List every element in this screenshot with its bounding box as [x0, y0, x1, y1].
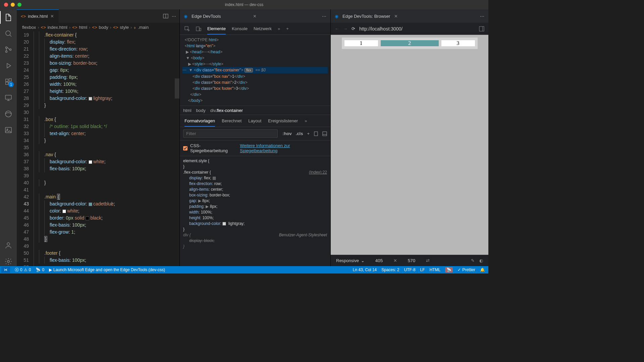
edge-icon: ◉ — [335, 14, 338, 19]
settings-gear-icon[interactable] — [4, 257, 13, 266]
extensions-icon[interactable]: 1 — [4, 77, 13, 86]
editor-tab[interactable]: <> index.html ✕ — [17, 9, 59, 23]
height-input[interactable] — [403, 258, 420, 263]
edge-icon[interactable] — [4, 109, 13, 119]
encoding[interactable]: UTF-8 — [404, 267, 416, 272]
devtools-toolbar: Elemente Konsole Netzwerk » + — [180, 23, 330, 35]
styles-filter-input[interactable] — [183, 129, 278, 138]
image-icon[interactable] — [4, 125, 13, 135]
svg-rect-20 — [479, 26, 484, 31]
svg-rect-18 — [314, 132, 318, 136]
breadcrumb[interactable]: flexbox› <>index.html› <>html› <>body› <… — [17, 23, 179, 32]
screenshot-icon[interactable]: ✎ — [471, 258, 475, 263]
flex-container-preview: 1 2 3 — [342, 38, 478, 49]
svg-point-1 — [6, 47, 7, 49]
back-icon[interactable]: ← — [335, 26, 339, 31]
mirror-checkbox[interactable] — [183, 146, 187, 150]
inspect-icon[interactable] — [184, 26, 190, 32]
window-title: index.html — dev-css — [225, 2, 264, 7]
width-input[interactable] — [371, 258, 387, 263]
device-toggle-icon[interactable] — [196, 26, 201, 32]
device-select[interactable]: Responsive ⌄ — [336, 258, 365, 263]
close-icon[interactable]: ✕ — [394, 14, 398, 19]
zoom-window-button[interactable] — [17, 3, 21, 7]
panel-toggle-icon[interactable] — [322, 131, 327, 136]
panel-toggle-icon[interactable] — [479, 26, 484, 32]
rotate-icon[interactable]: ⇄ — [426, 258, 430, 263]
chevron-down-icon: ⌄ — [361, 258, 365, 263]
browser-tab-title: Edge DevTools: Browser — [342, 14, 390, 19]
code-content[interactable]: .flex-container { display: flex; flex-di… — [34, 32, 179, 266]
mirror-label: CSS-Spiegelbearbeitung — [190, 143, 237, 153]
more-tabs-icon[interactable]: » — [278, 26, 280, 31]
svg-rect-5 — [6, 82, 8, 84]
run-debug-icon[interactable] — [4, 61, 13, 70]
elements-tree[interactable]: <!DOCTYPE html> <html lang="en"> ▶ <head… — [180, 35, 330, 106]
more-tabs-icon[interactable]: » — [305, 118, 307, 123]
split-editor-icon[interactable] — [163, 13, 168, 19]
editor-group: <> index.html ✕ ⋯ flexbox› <>index.html›… — [17, 9, 179, 266]
more-actions-icon[interactable]: ⋯ — [480, 14, 484, 19]
text-cursor-icon: I — [111, 200, 112, 207]
emulation-icon[interactable]: ◐ — [479, 258, 483, 263]
errors-count[interactable]: ⓧ 0 ⚠ 0 — [15, 267, 31, 273]
url-bar[interactable]: http://localhost:3000/ — [359, 26, 475, 32]
styles-rules[interactable]: element.style { } .flex-container { (Ind… — [180, 156, 330, 266]
launch-hint[interactable]: ▶ Launch Microsoft Edge and open the Edg… — [49, 267, 165, 272]
dimension-x-icon: ✕ — [393, 258, 397, 263]
css-mirror-row: CSS-Spiegelbearbeitung Weitere Informati… — [180, 140, 330, 156]
status-bar: ⓧ 0 ⚠ 0 📡 0 ▶ Launch Microsoft Edge and … — [0, 266, 488, 274]
code-editor[interactable]: 1920212223242526272829303132333435363738… — [17, 32, 179, 266]
cursor-position[interactable]: Ln 43, Col 14 — [353, 267, 377, 272]
svg-point-11 — [7, 129, 8, 130]
port-indicator[interactable]: 📡 0 — [36, 267, 44, 272]
hov-toggle[interactable]: :hov — [282, 131, 291, 136]
dom-breadcrumb[interactable]: html body divdiv.flex-container.flex-con… — [180, 106, 330, 115]
more-actions-icon[interactable]: ⋯ — [172, 14, 176, 19]
html-file-icon: <> — [21, 14, 26, 19]
minimap[interactable] — [175, 32, 179, 266]
tab-elements[interactable]: Elemente — [207, 26, 226, 35]
source-control-icon[interactable] — [4, 45, 13, 54]
remote-indicator[interactable] — [1, 267, 10, 273]
tab-layout[interactable]: Layout — [248, 118, 261, 123]
browser-viewport[interactable]: 1 2 3 — [331, 35, 488, 255]
add-tab-icon[interactable]: + — [286, 26, 289, 31]
tab-filename: index.html — [28, 14, 48, 19]
eol[interactable]: LF — [420, 267, 425, 272]
source-link[interactable]: (Index):22 — [309, 170, 327, 175]
preview-box-footer: 3 — [441, 40, 475, 46]
tab-computed[interactable]: Berechnet — [222, 118, 241, 123]
devtools-tab-title: Edge DevTools — [192, 14, 249, 19]
tab-styles[interactable]: Formatvorlagen — [184, 118, 215, 127]
cls-toggle[interactable]: .cls — [296, 131, 303, 136]
remote-explorer-icon[interactable] — [4, 93, 13, 103]
prettier-status[interactable]: ✓ Prettier — [458, 267, 475, 272]
device-icon[interactable] — [314, 131, 318, 136]
mirror-info-link[interactable]: Weitere Informationen zur Spiegelbearbei… — [240, 143, 327, 153]
styles-filter-row: :hov .cls + — [180, 127, 330, 140]
svg-rect-17 — [200, 28, 201, 31]
language-mode[interactable]: HTML — [430, 267, 441, 272]
tab-network[interactable]: Netzwerk — [254, 26, 272, 31]
explorer-icon[interactable] — [4, 13, 13, 22]
new-rule-icon[interactable]: + — [307, 131, 310, 136]
tab-listeners[interactable]: Ereignislistener — [268, 118, 298, 123]
more-actions-icon[interactable]: ⋯ — [322, 14, 326, 19]
forward-icon[interactable]: → — [343, 26, 347, 31]
extensions-badge: 1 — [8, 82, 14, 87]
account-icon[interactable] — [4, 241, 13, 250]
reload-icon[interactable]: ⟳ — [352, 26, 355, 31]
close-icon[interactable]: ✕ — [253, 14, 257, 19]
browser-panel: ◉ Edge DevTools: Browser ✕ ⋯ ← → ⟳ http:… — [330, 9, 488, 266]
close-tab-icon[interactable]: ✕ — [50, 13, 55, 19]
device-toolbar: Responsive ⌄ ✕ ⇄ ✎ ◐ — [331, 255, 488, 266]
tab-console[interactable]: Konsole — [232, 26, 248, 31]
notifications-icon[interactable]: 🔔 — [480, 267, 485, 272]
search-icon[interactable] — [4, 29, 13, 38]
go-live-icon[interactable]: 📡 — [445, 267, 453, 273]
indentation[interactable]: Spaces: 2 — [381, 267, 399, 272]
minimize-window-button[interactable] — [11, 3, 15, 7]
close-window-button[interactable] — [4, 3, 8, 7]
browser-toolbar: ← → ⟳ http://localhost:3000/ — [331, 23, 488, 35]
